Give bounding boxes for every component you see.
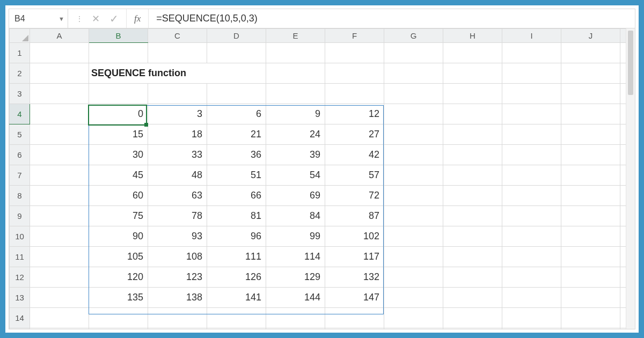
cell[interactable] [384, 186, 443, 206]
cell[interactable] [502, 206, 561, 226]
more-icon[interactable]: ⋮ [76, 14, 82, 23]
cell[interactable] [561, 63, 620, 84]
cell[interactable] [561, 84, 620, 104]
cell[interactable]: 102 [325, 226, 384, 247]
cell[interactable] [325, 308, 384, 328]
cell[interactable] [30, 288, 89, 308]
cell[interactable]: 12 [325, 104, 384, 124]
cell[interactable] [266, 328, 325, 329]
row-header[interactable]: 14 [10, 308, 30, 328]
chevron-down-icon[interactable]: ▼ [58, 16, 64, 22]
cell[interactable] [384, 247, 443, 267]
cell[interactable] [502, 247, 561, 267]
col-header[interactable]: E [266, 29, 325, 43]
cell[interactable] [30, 226, 89, 247]
cell[interactable] [30, 145, 89, 165]
cell[interactable]: 33 [148, 145, 207, 165]
cell[interactable] [148, 328, 207, 329]
cell[interactable] [561, 328, 620, 329]
cell[interactable]: 120 [89, 267, 148, 288]
cell[interactable]: 69 [266, 186, 325, 206]
col-header[interactable]: I [502, 29, 561, 43]
row-header[interactable]: 6 [10, 145, 30, 165]
cell[interactable] [266, 308, 325, 328]
cell[interactable]: 138 [148, 288, 207, 308]
cell[interactable]: 111 [207, 247, 266, 267]
cell[interactable]: 114 [266, 247, 325, 267]
cell[interactable] [30, 308, 89, 328]
cell[interactable]: 21 [207, 124, 266, 145]
cell[interactable]: 75 [89, 206, 148, 226]
worksheet-grid[interactable]: A B C D E F G H I J K 12SEQUENCE functio… [9, 28, 635, 329]
cell[interactable] [502, 308, 561, 328]
cell[interactable]: 63 [148, 186, 207, 206]
col-header[interactable]: G [384, 29, 443, 43]
cell[interactable]: 51 [207, 165, 266, 186]
cell[interactable] [325, 84, 384, 104]
row-header[interactable]: 2 [10, 63, 30, 84]
cell[interactable]: 18 [148, 124, 207, 145]
cell[interactable] [443, 43, 502, 63]
cell[interactable]: 60 [89, 186, 148, 206]
cell[interactable] [207, 43, 266, 63]
cell[interactable]: 39 [266, 145, 325, 165]
cell[interactable]: 48 [148, 165, 207, 186]
cell[interactable] [325, 63, 384, 84]
cell[interactable] [502, 84, 561, 104]
cell[interactable]: 30 [89, 145, 148, 165]
cell[interactable] [148, 43, 207, 63]
cell[interactable] [325, 43, 384, 63]
cell[interactable] [561, 247, 620, 267]
cell[interactable]: 117 [325, 247, 384, 267]
cell[interactable] [384, 328, 443, 329]
cell[interactable] [443, 63, 502, 84]
cell[interactable] [89, 84, 148, 104]
cell[interactable] [148, 308, 207, 328]
cell[interactable] [384, 308, 443, 328]
cell[interactable]: 90 [89, 226, 148, 247]
cell[interactable]: 24 [266, 124, 325, 145]
cell[interactable] [30, 84, 89, 104]
row-header[interactable]: 8 [10, 186, 30, 206]
cell[interactable] [384, 145, 443, 165]
cell[interactable] [30, 328, 89, 329]
cell[interactable] [148, 84, 207, 104]
cell[interactable] [443, 145, 502, 165]
cell[interactable] [207, 328, 266, 329]
cell[interactable] [443, 104, 502, 124]
cell[interactable] [266, 84, 325, 104]
cell[interactable] [443, 308, 502, 328]
cell[interactable]: 27 [325, 124, 384, 145]
cell[interactable] [30, 186, 89, 206]
cell[interactable]: 84 [266, 206, 325, 226]
cell[interactable] [443, 165, 502, 186]
cell[interactable]: 147 [325, 288, 384, 308]
cell[interactable] [443, 288, 502, 308]
cell[interactable]: 66 [207, 186, 266, 206]
vertical-scrollbar[interactable] [626, 28, 635, 329]
cell[interactable] [502, 328, 561, 329]
cell[interactable]: 123 [148, 267, 207, 288]
cell[interactable] [502, 226, 561, 247]
cell[interactable] [266, 43, 325, 63]
cell[interactable] [384, 288, 443, 308]
cell[interactable]: 105 [89, 247, 148, 267]
cell[interactable]: 135 [89, 288, 148, 308]
cell[interactable] [502, 145, 561, 165]
select-all-cell[interactable] [10, 29, 30, 43]
row-header[interactable]: 1 [10, 43, 30, 63]
cell[interactable]: 45 [89, 165, 148, 186]
cell[interactable] [502, 288, 561, 308]
cell[interactable]: 72 [325, 186, 384, 206]
cell[interactable]: 87 [325, 206, 384, 226]
cell[interactable] [89, 43, 148, 63]
cell[interactable] [325, 328, 384, 329]
cell[interactable] [561, 145, 620, 165]
row-header[interactable]: 9 [10, 206, 30, 226]
cell[interactable] [502, 43, 561, 63]
cell[interactable]: 78 [148, 206, 207, 226]
cell[interactable] [443, 84, 502, 104]
cell[interactable] [443, 226, 502, 247]
cell[interactable]: 144 [266, 288, 325, 308]
cell[interactable] [30, 165, 89, 186]
